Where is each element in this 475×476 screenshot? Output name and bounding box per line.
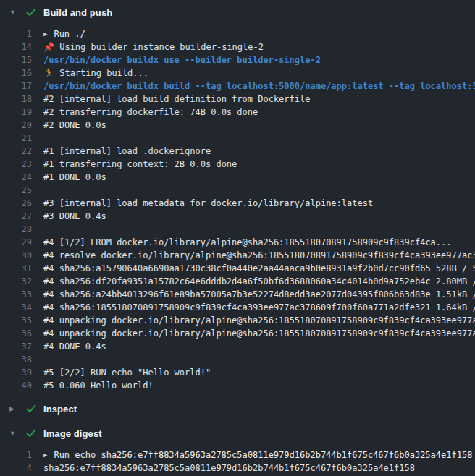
line-number[interactable]: 16 [0, 67, 32, 80]
section-header-inspect[interactable]: ▶ Inspect [0, 396, 475, 421]
log-line: 29#4 [1/2] FROM docker.io/library/alpine… [0, 236, 475, 249]
log-text: #2 transferring dockerfile: 74B 0.0s don… [32, 106, 258, 119]
line-number[interactable]: 20 [0, 119, 32, 132]
log-line: 18#2 [internal] load build definition fr… [0, 93, 475, 106]
section-title: Image digest [43, 428, 102, 439]
section-build-and-push: ▼ Build and push 1▶Run ./14📌 Using build… [0, 0, 475, 396]
check-success-icon [25, 403, 37, 415]
log-line: 31#4 sha256:a15790640a6690aa1730c38cf0a4… [0, 262, 475, 275]
log-line: 25 [0, 184, 475, 197]
line-number[interactable]: 23 [0, 158, 32, 171]
line-number[interactable]: 25 [0, 184, 32, 197]
log-text: sha256:e7ff8834a5963a2785c5a0811e979d16b… [32, 462, 415, 475]
line-number[interactable]: 21 [0, 132, 32, 145]
section-title: Build and push [43, 7, 112, 18]
log-text [32, 223, 43, 236]
log-text: #4 [1/2] FROM docker.io/library/alpine@s… [32, 236, 452, 249]
log-line: 1▶Run ./ [0, 27, 475, 41]
log-line: 17/usr/bin/docker buildx build --tag loc… [0, 80, 475, 93]
section-inspect: ▶ Inspect [0, 396, 475, 421]
log-line: 40#5 0.060 Hello world! [0, 379, 475, 392]
log-line: 28 [0, 223, 475, 236]
log-text: #4 unpacking docker.io/library/alpine@sh… [32, 327, 475, 340]
log-line: 19#2 transferring dockerfile: 74B 0.0s d… [0, 106, 475, 119]
log-text: #4 sha256:df20fa9351a15782c64e6dddb2d4a6… [32, 275, 475, 288]
line-number[interactable]: 1 [0, 27, 32, 41]
log-text: 📌 Using builder instance builder-single-… [32, 41, 264, 54]
line-number[interactable]: 24 [0, 171, 32, 184]
log-text: #2 [internal] load build definition from… [32, 93, 310, 106]
section-title: Inspect [43, 404, 77, 415]
line-number[interactable]: 32 [0, 275, 32, 288]
log-line: 14📌 Using builder instance builder-singl… [0, 41, 475, 54]
log-line: 33#4 sha256:a24bb4013296f61e89ba57005a7b… [0, 288, 475, 301]
line-number[interactable]: 28 [0, 223, 32, 236]
log-line: 21 [0, 132, 475, 145]
log-line: 36#4 unpacking docker.io/library/alpine@… [0, 327, 475, 340]
line-number[interactable]: 35 [0, 314, 32, 327]
log-line: 1▶Run echo sha256:e7ff8834a5963a2785c5a0… [0, 449, 475, 462]
log-command-text: /usr/bin/docker buildx build --tag local… [32, 80, 475, 93]
line-number[interactable]: 22 [0, 145, 32, 158]
log-text: #4 sha256:185518070891758909c9f839cf4ca3… [32, 301, 475, 314]
log-line: 27#3 DONE 0.4s [0, 210, 475, 223]
run-command-label: Run echo sha256:e7ff8834a5963a2785c5a081… [54, 450, 472, 460]
line-number[interactable]: 17 [0, 80, 32, 93]
log-text: #1 [internal] load .dockerignore [32, 145, 211, 158]
log-command-text: /usr/bin/docker buildx use --builder bui… [32, 54, 321, 67]
log-body-image-digest: 1▶Run echo sha256:e7ff8834a5963a2785c5a0… [0, 446, 475, 476]
line-number[interactable]: 34 [0, 301, 32, 314]
line-number[interactable]: 26 [0, 197, 32, 210]
log-body-build-and-push: 1▶Run ./14📌 Using builder instance build… [0, 25, 475, 396]
log-text: #1 DONE 0.0s [32, 171, 106, 184]
line-number[interactable]: 38 [0, 353, 32, 366]
section-header-image-digest[interactable]: ▼ Image digest [0, 421, 475, 446]
log-line: 35#4 unpacking docker.io/library/alpine@… [0, 314, 475, 327]
line-number[interactable]: 30 [0, 249, 32, 262]
log-line: 20#2 DONE 0.0s [0, 119, 475, 132]
line-number[interactable]: 37 [0, 340, 32, 353]
line-number[interactable]: 14 [0, 41, 32, 54]
log-text: #3 [internal] load metadata for docker.i… [32, 197, 373, 210]
run-command-label: Run ./ [54, 29, 85, 39]
chevron-down-icon[interactable]: ▼ [9, 9, 20, 16]
line-number[interactable]: 19 [0, 106, 32, 119]
log-text: #2 DONE 0.0s [32, 119, 106, 132]
line-number[interactable]: 18 [0, 93, 32, 106]
section-header-build-and-push[interactable]: ▼ Build and push [0, 0, 475, 25]
line-number[interactable]: 39 [0, 366, 32, 379]
log-text: ▶Run echo sha256:e7ff8834a5963a2785c5a08… [32, 449, 472, 462]
line-number[interactable]: 29 [0, 236, 32, 249]
chevron-right-icon[interactable]: ▶ [9, 405, 20, 412]
chevron-down-icon[interactable]: ▼ [9, 430, 20, 437]
line-number[interactable]: 1 [0, 449, 32, 462]
log-text: 🏃 Starting build... [32, 67, 148, 80]
log-text: #1 transferring context: 2B 0.0s done [32, 158, 237, 171]
log-text: #5 [2/2] RUN echo "Hello world!" [32, 366, 211, 379]
log-line: 15/usr/bin/docker buildx use --builder b… [0, 54, 475, 67]
log-text: #4 DONE 0.4s [32, 340, 106, 353]
log-line: 34#4 sha256:185518070891758909c9f839cf4c… [0, 301, 475, 314]
line-number[interactable]: 4 [0, 462, 32, 475]
log-line: 24#1 DONE 0.0s [0, 171, 475, 184]
log-line: 39#5 [2/2] RUN echo "Hello world!" [0, 366, 475, 379]
log-text: #4 unpacking docker.io/library/alpine@sh… [32, 314, 475, 327]
log-text: #5 0.060 Hello world! [32, 379, 154, 392]
log-line: 38 [0, 353, 475, 366]
log-text: #4 sha256:a15790640a6690aa1730c38cf0a440… [32, 262, 475, 275]
section-image-digest: ▼ Image digest 1▶Run echo sha256:e7ff883… [0, 421, 475, 476]
line-number[interactable]: 27 [0, 210, 32, 223]
log-text: #4 resolve docker.io/library/alpine@sha2… [32, 249, 475, 262]
line-number[interactable]: 33 [0, 288, 32, 301]
line-number[interactable]: 36 [0, 327, 32, 340]
line-number[interactable]: 31 [0, 262, 32, 275]
line-number[interactable]: 40 [0, 379, 32, 392]
expand-run-icon[interactable]: ▶ [43, 27, 47, 41]
line-number[interactable]: 15 [0, 54, 32, 67]
log-text: ▶Run ./ [32, 27, 85, 41]
expand-run-icon[interactable]: ▶ [43, 449, 47, 462]
log-text [32, 132, 43, 145]
log-line: 23#1 transferring context: 2B 0.0s done [0, 158, 475, 171]
log-line: 26#3 [internal] load metadata for docker… [0, 197, 475, 210]
log-line: 22#1 [internal] load .dockerignore [0, 145, 475, 158]
